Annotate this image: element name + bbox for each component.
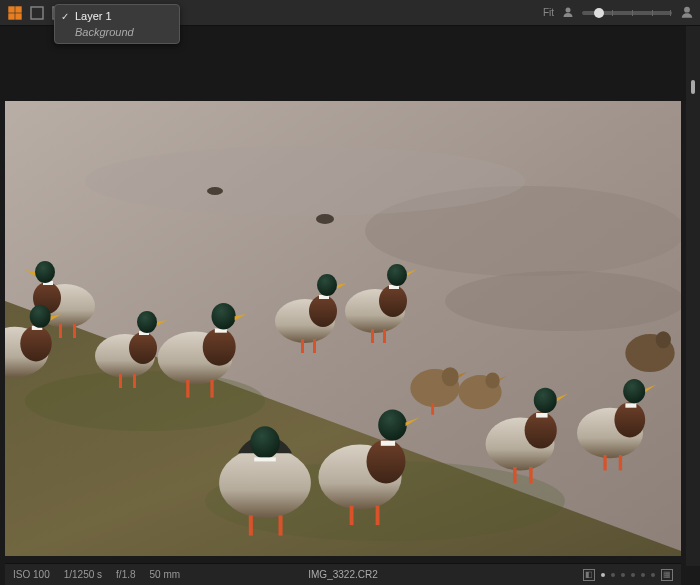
zoom-slider[interactable] — [582, 11, 672, 15]
fit-label[interactable]: Fit — [543, 7, 554, 18]
pager-dot[interactable] — [621, 573, 625, 577]
layer-label: Layer 1 — [75, 10, 112, 22]
zoom-slider-thumb[interactable] — [594, 8, 604, 18]
svg-rect-4 — [31, 7, 43, 19]
image-viewport[interactable] — [5, 101, 681, 556]
svg-rect-53 — [431, 403, 434, 414]
svg-rect-66 — [376, 506, 380, 525]
layer-label: Background — [75, 26, 134, 38]
svg-rect-21 — [59, 324, 62, 338]
svg-point-15 — [207, 187, 223, 195]
svg-rect-22 — [73, 324, 76, 338]
svg-rect-43 — [301, 339, 304, 353]
svg-point-24 — [20, 326, 52, 362]
single-view-button[interactable] — [28, 4, 46, 22]
layer-dropdown[interactable]: ✓ Layer 1 Background — [54, 4, 180, 44]
svg-rect-71 — [513, 467, 516, 483]
grid-view-button[interactable] — [6, 4, 24, 22]
layer-item-layer1[interactable]: ✓ Layer 1 — [55, 8, 179, 24]
svg-point-48 — [387, 264, 407, 286]
svg-rect-50 — [383, 329, 386, 343]
meta-focal: 50 mm — [150, 569, 181, 580]
toolbar-right: Fit — [543, 5, 694, 21]
svg-rect-69 — [536, 413, 548, 418]
svg-point-36 — [212, 303, 236, 329]
svg-rect-72 — [529, 467, 532, 483]
svg-point-34 — [203, 328, 236, 365]
svg-point-46 — [379, 285, 407, 317]
svg-point-40 — [309, 295, 337, 327]
svg-rect-63 — [381, 441, 395, 446]
svg-point-80 — [656, 331, 671, 348]
square-left-icon[interactable]: ◧ — [583, 569, 595, 581]
infobar-right: ◧ ▦ — [583, 569, 673, 581]
svg-point-64 — [378, 409, 407, 440]
svg-point-12 — [445, 271, 681, 331]
svg-rect-44 — [313, 339, 316, 353]
svg-point-26 — [30, 305, 51, 328]
profile-start-icon — [562, 6, 574, 20]
svg-point-11 — [85, 146, 525, 216]
svg-point-20 — [35, 261, 55, 283]
svg-rect-58 — [254, 457, 276, 461]
pager-dot[interactable] — [631, 573, 635, 577]
meta-iso: ISO 100 — [13, 569, 50, 580]
layer-item-background[interactable]: Background — [55, 24, 179, 40]
svg-point-28 — [129, 332, 157, 364]
svg-rect-77 — [603, 455, 606, 470]
svg-rect-31 — [119, 374, 122, 388]
profile-end-icon — [680, 5, 694, 21]
svg-point-42 — [317, 274, 337, 296]
svg-rect-38 — [210, 380, 213, 398]
svg-rect-60 — [279, 515, 283, 535]
canvas-image — [5, 101, 681, 556]
info-bar: ISO 100 1/1250 s f/1.8 50 mm IMG_3322.CR… — [5, 563, 681, 585]
svg-rect-1 — [16, 7, 21, 12]
pager-dot[interactable] — [611, 573, 615, 577]
svg-point-70 — [534, 388, 557, 413]
svg-point-57 — [250, 426, 280, 458]
filename-label: IMG_3322.CR2 — [308, 569, 377, 580]
pager-dot[interactable] — [601, 573, 605, 577]
svg-rect-78 — [619, 455, 622, 470]
meta-shutter: 1/1250 s — [64, 569, 102, 580]
svg-point-52 — [442, 367, 459, 386]
svg-point-7 — [566, 7, 571, 12]
svg-point-13 — [25, 371, 265, 431]
svg-point-55 — [485, 372, 499, 388]
pager-dot[interactable] — [651, 573, 655, 577]
svg-rect-3 — [16, 14, 21, 19]
check-icon: ✓ — [61, 11, 71, 22]
right-rail[interactable] — [686, 26, 700, 566]
svg-rect-59 — [249, 515, 253, 535]
pager-dot[interactable] — [641, 573, 645, 577]
svg-rect-75 — [625, 403, 636, 407]
svg-rect-49 — [371, 329, 374, 343]
square-right-icon[interactable]: ▦ — [661, 569, 673, 581]
svg-point-76 — [623, 379, 645, 403]
svg-point-30 — [137, 311, 157, 333]
svg-point-16 — [316, 214, 334, 224]
svg-rect-37 — [186, 380, 189, 398]
svg-point-8 — [684, 6, 690, 12]
svg-rect-65 — [350, 506, 354, 525]
top-toolbar: Fit ✓ Layer 1 Background — [0, 0, 700, 26]
svg-rect-0 — [9, 7, 14, 12]
svg-point-62 — [367, 439, 406, 483]
svg-rect-2 — [9, 14, 14, 19]
meta-aperture: f/1.8 — [116, 569, 135, 580]
svg-rect-32 — [133, 374, 136, 388]
